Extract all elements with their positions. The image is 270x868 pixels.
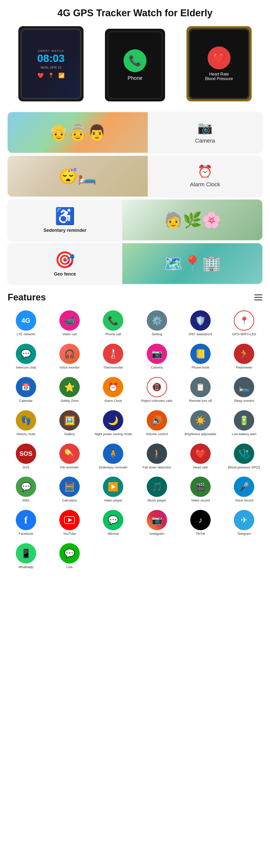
watch-row: SMART WATCH 08:03 MON, APR 15 ❤️ 📍 📶 📞 P… [0,24,270,109]
feature-thermometer: 🌡️ Thermometer [92,341,134,372]
feature-remote: 📋 Remote turn off [180,374,221,406]
feature-video-player: ▶️ Video player [92,474,134,505]
sedentary-icon: ♿ [55,207,75,226]
geofence-left: 🎯 Geo fence [8,250,122,277]
feature-battery: 🔋 Low battery alert [223,408,265,439]
feature-falldown: 🚶 Fall down detection [136,441,178,472]
feature-lte: 4G LTE network [5,308,47,339]
feature-gallery: 🖼️ Gallery [49,408,90,439]
feature-alarm-clock: ⏰ Alarm Clock [92,374,134,406]
feature-phonebook: 📒 Phone book [180,341,221,372]
alarm-banner-right: ⏰ Alarm Clock [148,164,262,188]
feature-pedometer: 🏃 Pedometer [223,341,265,372]
camera-banner-right: 📷 Camera [148,121,262,144]
feature-camera: 📷 Camera [136,341,178,372]
alarm-label: Alarm Clock [190,181,220,188]
feature-wechat: 💬 Wechat [92,507,134,538]
sedentary-banner: ♿ Sedentary reminder 🧓🌿🌸 [8,199,262,240]
feature-telegram: ✈ Telegram [223,507,265,538]
camera-label: Camera [195,137,215,144]
senior-photo: 🧓🌿🌸 [122,199,262,240]
geofence-label: Geo fence [54,272,76,277]
feature-sedentary: 🧍 Sedentary reminder [92,441,134,472]
feature-reject: 📵 Reject unknown calls [136,374,178,406]
map-photo: 🗺️📍🏢 [122,243,262,284]
feature-phone-call: 📞 Phone call [92,308,134,339]
watch-face-2: 📞 Phone [107,31,163,99]
feature-instagram: 📷 Instagram [136,507,178,538]
feature-blood: 🩺 Blood pressure SPO2 [223,441,265,472]
geofence-banner: 🎯 Geo fence 🗺️📍🏢 [8,243,262,284]
watch-2: 📞 Phone [94,29,176,101]
page-title: 4G GPS Tracker Watch for Elderly [0,0,270,24]
feature-tiktok: ♪ TikTok [180,507,221,538]
feature-line: 💬 Line [49,540,90,572]
geofence-icon: 🎯 [55,250,75,270]
feature-sos: SOS SOS [5,441,47,472]
sleep-photo: 😴🛏️ [8,156,148,196]
watch-phone-label: Phone [128,75,142,81]
watch-1: SMART WATCH 08:03 MON, APR 15 ❤️ 📍 📶 [10,26,92,101]
feature-sms: 💬 SMS [5,474,47,505]
feature-video-record: 🎬 Video record [180,474,221,505]
feature-calculator: 🧮 Calculator [49,474,90,505]
feature-brightness: ☀️ Brightness adjustable [180,408,221,439]
alarm-icon: ⏰ [197,164,213,179]
feature-voice-monitor: 🎧 Voice monitor [49,341,90,372]
feature-gps: 📍 GPS+WIFI+LBS [223,308,265,339]
features-header: Features [0,287,270,305]
feature-voice-record: 🎤 Voice record [223,474,265,505]
feature-setting: ⚙️ Setting [136,308,178,339]
camera-icon: 📷 [197,121,213,135]
feature-night: 🌙 Night power saving mode [92,408,134,439]
hamburger-icon[interactable] [254,294,262,301]
watch-3: ❤️ Heart RateBlood Pressure [178,26,260,101]
feature-calendar: 📅 Calendar [5,374,47,406]
sedentary-label: Sedentary reminder [43,228,86,233]
features-grid: 4G LTE network 📹 Video call 📞 Phone call… [0,305,270,580]
feature-sleep: 🛏️ Sleep monitor [223,374,265,406]
feature-volume: 🔊 Volume control [136,408,178,439]
feature-whatsapp: 📱 Whatsapp [5,540,47,572]
feature-history: 👣 History route [5,408,47,439]
sedentary-left: ♿ Sedentary reminder [8,207,122,233]
watch-face-1: SMART WATCH 08:03 MON, APR 15 ❤️ 📍 📶 [20,28,82,99]
feature-facebook: f Facebook [5,507,47,538]
features-title: Features [8,292,46,303]
feature-intercom: 💬 Intercom chat [5,341,47,372]
feature-pill: 💊 Pill reminder [49,441,90,472]
feature-heartrate: ❤️ Heart rate [180,441,221,472]
feature-music: 🎵 Music player [136,474,178,505]
alarm-banner: 😴🛏️ ⏰ Alarm Clock [8,156,262,196]
feature-safety: ⭐ Safety Zone [49,374,90,406]
watch-face-3: ❤️ Heart RateBlood Pressure [188,28,250,99]
feature-ip67: 🛡️ IP67 waterproof [180,308,221,339]
camera-banner: 👴👵👨 📷 Camera [8,112,262,153]
feature-youtube: YouTube [49,507,90,538]
feature-video-call: 📹 Video call [49,308,90,339]
elderly-photo: 👴👵👨 [8,112,148,153]
